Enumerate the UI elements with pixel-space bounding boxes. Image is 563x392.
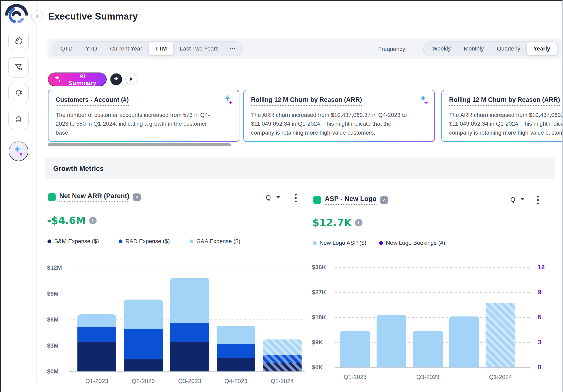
tab-qtd[interactable]: QTD <box>54 42 79 55</box>
chart1-kebab-menu[interactable] <box>294 193 297 203</box>
bar-segment <box>124 329 163 359</box>
bar-q4-2023[interactable] <box>449 317 479 367</box>
chart-title-link[interactable]: Net New ARR (Parent) <box>59 192 129 202</box>
frequency-tab-weekly[interactable]: Weekly <box>426 42 457 55</box>
chart1-period-selector[interactable]: Q <box>266 194 280 201</box>
x-axis-label: Q1-2024 <box>481 374 520 380</box>
gridline <box>335 267 530 268</box>
frequency-tab-yearly[interactable]: Yearly <box>527 42 557 55</box>
chart2-period-selector[interactable]: Q <box>511 196 525 203</box>
legend-item-new-logo-asp[interactable]: New Logo ASP ($) <box>313 240 366 246</box>
bar-q2-2023[interactable] <box>124 300 163 371</box>
ai-card-text: The ARR churn increased from $10,437,069… <box>449 110 563 137</box>
external-link-icon[interactable] <box>133 194 141 201</box>
cards-scrollbar-thumb[interactable] <box>48 143 231 147</box>
info-icon[interactable]: i <box>89 217 97 224</box>
x-axis-label: Q1-2024 <box>263 378 302 384</box>
x-axis-label: Q2-2023 <box>124 378 163 384</box>
bar-q1-2024[interactable] <box>486 303 515 367</box>
ai-summary-card: Customers - Account (#)The number of cus… <box>48 90 239 142</box>
y-axis-tick: $9M <box>47 290 58 297</box>
chart2-kebab-menu[interactable] <box>536 195 539 205</box>
frequency-tab-quarterly[interactable]: Quarterly <box>490 42 527 55</box>
star-icon <box>113 75 120 83</box>
bar-q2-2023[interactable] <box>377 315 406 367</box>
legend-item-new-logo-bookings[interactable]: New Logo Bookings (#) <box>379 240 445 246</box>
legend-label: R&D Expense ($) <box>125 238 170 245</box>
tab-current-year[interactable]: Current Year <box>103 42 149 55</box>
info-icon[interactable]: i <box>355 219 362 226</box>
executive-summary-dashboard: $ <box>0 0 563 392</box>
legend-item-g-a-expense[interactable]: G&A Expense ($) <box>190 238 240 245</box>
right-axis-tick: 0 <box>538 364 541 371</box>
bar-q3-2023[interactable] <box>170 278 209 371</box>
y-axis-tick: $6M <box>47 316 58 323</box>
sidebar-item-filters[interactable]: $ <box>8 57 29 78</box>
bar-segment <box>340 331 370 367</box>
sidebar-collapse-button[interactable] <box>31 10 43 22</box>
bar-q1-2024[interactable] <box>263 340 302 371</box>
bar-segment <box>377 315 406 367</box>
bar-q4-2023[interactable] <box>217 326 255 371</box>
chart1-value-row: -$4.6M i <box>47 215 97 226</box>
funnel-dollar-icon: $ <box>14 62 24 73</box>
chart2-plot-area <box>335 267 530 367</box>
bar-segment <box>77 314 116 328</box>
legend-label: New Logo Bookings (#) <box>386 240 445 246</box>
chart2-value-row: $12.7K i <box>312 217 362 229</box>
metric-color-square <box>313 196 321 204</box>
tab-ytd[interactable]: YTD <box>79 42 103 55</box>
chart2-x-axis: Q1-2023Q3-2023Q1-2024 <box>335 374 530 382</box>
chart1-x-axis: Q1-2023Q2-2023Q3-2023Q4-2023Q1-2024 <box>69 378 305 386</box>
tab-last-two-years[interactable]: Last Two Years <box>173 42 225 55</box>
ai-card-text: The ARR churn increased from $10,437,069… <box>251 110 414 137</box>
ai-summary-card: Rolling 12 M Churn by Reason (ARR)The AR… <box>243 90 435 142</box>
sidebar-item-support[interactable] <box>8 109 29 129</box>
ai-play-button[interactable] <box>125 73 137 85</box>
bar-segment <box>217 326 255 344</box>
y-axis-tick: $0K <box>312 364 323 371</box>
chart2-big-value: $12.7K <box>312 217 352 229</box>
legend-item-s-m-expense[interactable]: S&M Expense ($) <box>48 238 99 245</box>
ai-card-title-link[interactable]: Rolling 12 M Churn by Reason (ARR) <box>251 96 362 106</box>
legend-dot <box>313 241 317 245</box>
sidebar-divider <box>14 135 24 135</box>
bar-segment <box>170 342 209 372</box>
bar-q3-2023[interactable] <box>413 331 443 367</box>
bar-segment <box>449 317 479 367</box>
frequency-tab-monthly[interactable]: Monthly <box>457 42 490 55</box>
y-axis-tick: $3M <box>47 342 58 349</box>
legend-dot <box>48 239 51 243</box>
external-link-icon[interactable] <box>380 196 388 204</box>
svg-text:$: $ <box>20 68 21 71</box>
ai-summary-button[interactable]: AI Summary <box>48 73 107 86</box>
chevron-down-icon <box>521 198 525 202</box>
legend-label: S&M Expense ($) <box>54 238 99 245</box>
bar-q1-2023[interactable] <box>340 331 370 367</box>
chart1-legend: S&M Expense ($)R&D Expense ($)G&A Expens… <box>48 238 241 245</box>
pie-chart-icon <box>14 36 24 46</box>
sparkles-icon <box>419 95 429 107</box>
bar-segment <box>170 323 209 342</box>
tab-more[interactable]: ••• <box>225 42 240 55</box>
ai-card-title-link[interactable]: Rolling 12 M Churn by Reason (ARR) <box>449 96 560 106</box>
x-axis-label: Q1-2023 <box>77 378 116 384</box>
sidebar-item-dashboards[interactable] <box>8 31 29 51</box>
sparkles-icon <box>13 145 24 158</box>
bar-segment <box>77 327 116 342</box>
chart-title-link[interactable]: ASP - New Logo <box>325 195 377 205</box>
tab-ttm[interactable]: TTM <box>149 42 173 55</box>
sidebar: $ <box>0 0 37 383</box>
bar-segment <box>263 340 302 355</box>
period-selector-value: Q <box>511 196 515 203</box>
y-axis-tick: $18K <box>312 314 326 321</box>
sidebar-item-insights[interactable] <box>8 83 29 103</box>
y-axis-tick: $36K <box>312 264 326 271</box>
ai-card-title-link[interactable]: Customers - Account (#) <box>56 96 129 106</box>
bar-segment <box>77 342 116 372</box>
ai-star-button[interactable] <box>110 73 122 85</box>
y-axis-tick: $12M <box>47 264 62 271</box>
bar-q1-2023[interactable] <box>77 314 116 372</box>
sidebar-item-ai-assistant[interactable] <box>9 142 28 161</box>
legend-item-r-d-expense[interactable]: R&D Expense ($) <box>119 238 170 245</box>
